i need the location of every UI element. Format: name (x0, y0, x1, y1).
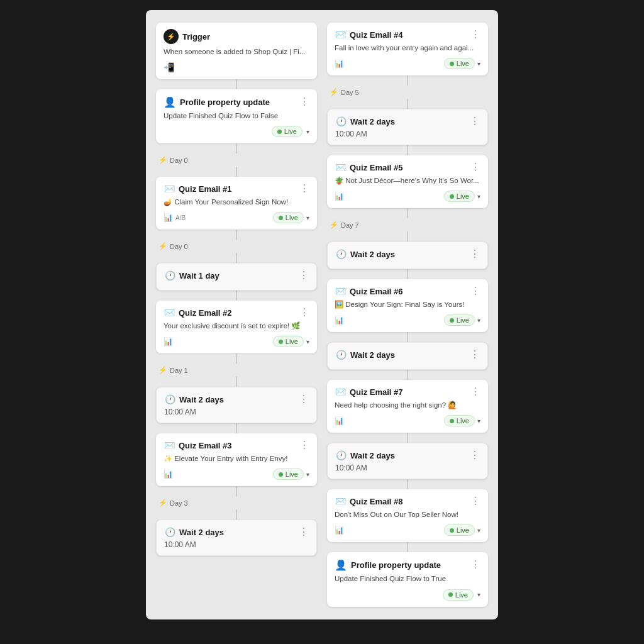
wait-icon-r4: 🕐 (335, 450, 347, 461)
email-title-5: Quiz Email #5 (350, 163, 403, 172)
email-live-1[interactable]: Live (273, 212, 304, 223)
email-chevron-3[interactable]: ▾ (306, 471, 309, 478)
email-live-5[interactable]: Live (444, 191, 475, 202)
wait-card-r3: 🕐 Wait 2 days ⋮ (327, 342, 488, 370)
wait-icon-r2: 🕐 (335, 248, 347, 260)
flow-canvas: ⚡ Trigger When someone is added to Shop … (146, 10, 498, 619)
email-more-3[interactable]: ⋮ (299, 440, 309, 450)
email-chevron-4[interactable]: ▾ (477, 60, 480, 67)
email-more-6[interactable]: ⋮ (470, 286, 480, 296)
wait-card-r4: 🕐 Wait 2 days ⋮ 10:00 AM (327, 443, 488, 479)
stats-icon-7: 📊 (335, 416, 344, 425)
email-subtitle-3: ✨ Elevate Your Entry with Entry Envy! (164, 453, 309, 464)
email-title-1: Quiz Email #1 (179, 184, 232, 194)
stats-icon-8: 📊 (335, 526, 344, 535)
email-card-6: ✉️ Quiz Email #6 ⋮ 🖼️ Design Your Sign: … (327, 279, 488, 332)
email-live-3[interactable]: Live (273, 469, 304, 480)
email-subtitle-6: 🖼️ Design Your Sign: Final Say is Yours! (335, 299, 480, 309)
email-live-7[interactable]: Live (444, 415, 475, 426)
email-card-8: ✉️ Quiz Email #8 ⋮ Don't Miss Out on Our… (327, 489, 488, 542)
profile-live-badge-2[interactable]: Live (443, 589, 474, 601)
connector-1 (236, 79, 237, 89)
wait-more-r4[interactable]: ⋮ (470, 450, 480, 460)
email-title-3: Quiz Email #3 (179, 441, 232, 450)
live-dot (277, 130, 282, 134)
trigger-title: Trigger (182, 32, 210, 42)
email-icon-3: ✉️ (164, 440, 175, 451)
profile-subtitle-2: Update Finished Quiz Flow to True (335, 574, 480, 584)
ab-badge-1: A/B (175, 214, 186, 221)
trigger-card: ⚡ Trigger When someone is added to Shop … (156, 23, 317, 79)
email-live-4[interactable]: Live (444, 58, 475, 69)
email-icon-1: ✉️ (164, 183, 175, 194)
email-card-2: ✉️ Quiz Email #2 ⋮ Your exclusive discou… (156, 301, 317, 353)
trigger-subtitle: When someone is added to Shop Quiz | Fi.… (164, 47, 309, 57)
email-icon-4: ✉️ (335, 29, 346, 40)
email-live-6[interactable]: Live (444, 314, 475, 326)
email-chevron-6[interactable]: ▾ (477, 317, 480, 324)
profile-more-2[interactable]: ⋮ (470, 560, 480, 570)
wait-card-2: 🕐 Wait 2 days ⋮ 10:00 AM (156, 387, 317, 423)
email-subtitle-2: Your exclusive discount is set to expire… (164, 321, 309, 331)
email-more-7[interactable]: ⋮ (470, 387, 480, 397)
day-label-0a: ⚡ Day 0 (156, 156, 188, 164)
profile-icon-1: 👤 (164, 96, 176, 108)
profile-icon-2: 👤 (335, 558, 347, 571)
email-chevron-5[interactable]: ▾ (477, 193, 480, 200)
wait-time-3: 10:00 AM (164, 540, 309, 549)
wait-title-r4: Wait 2 days (350, 451, 395, 460)
email-card-7: ✉️ Quiz Email #7 ⋮ Need help choosing th… (327, 380, 488, 433)
stats-icon-6: 📊 (335, 316, 344, 325)
wait-time-2: 10:00 AM (164, 408, 309, 416)
wait-more-1[interactable]: ⋮ (299, 270, 309, 280)
profile-title-2: Profile property update (351, 560, 441, 570)
email-live-8[interactable]: Live (444, 525, 475, 536)
wait-more-r1[interactable]: ⋮ (470, 116, 480, 126)
email-chevron-8[interactable]: ▾ (477, 527, 480, 534)
trigger-header: ⚡ Trigger (164, 29, 309, 44)
wait-title-3: Wait 2 days (179, 528, 224, 537)
stats-icon-4: 📊 (335, 59, 344, 68)
email-icon-2: ✉️ (164, 307, 175, 318)
email-title-7: Quiz Email #7 (350, 387, 403, 397)
email-chevron-7[interactable]: ▾ (477, 418, 480, 425)
email-subtitle-1: 🪔 Claim Your Personalized Sign Now! (164, 197, 309, 207)
profile-chevron-1[interactable]: ▾ (306, 128, 309, 135)
wait-title-r1: Wait 2 days (350, 117, 395, 126)
email-chevron-1[interactable]: ▾ (306, 214, 309, 221)
profile-chevron-2[interactable]: ▾ (477, 591, 480, 598)
profile-more-1[interactable]: ⋮ (299, 97, 309, 107)
wait-icon-r1: 🕐 (335, 116, 347, 127)
wait-icon-1: 🕐 (164, 270, 175, 281)
email-title-8: Quiz Email #8 (350, 497, 403, 506)
profile-update-card-1: 👤 Profile property update ⋮ Update Finis… (156, 89, 317, 143)
stats-icon-2: 📊 (164, 337, 173, 346)
email-more-2[interactable]: ⋮ (299, 308, 309, 318)
email-icon-6: ✉️ (335, 286, 346, 297)
email-live-2[interactable]: Live (273, 336, 304, 347)
day-label-0b: ⚡ Day 0 (156, 242, 188, 250)
connector-2 (236, 143, 237, 153)
wait-card-1: 🕐 Wait 1 day ⋮ (156, 263, 317, 291)
email-icon-5: ✉️ (335, 162, 346, 173)
wait-time-r1: 10:00 AM (335, 130, 480, 138)
trigger-footer-icon: 📲 (164, 62, 174, 72)
day-label-7: ⚡ Day 7 (327, 221, 359, 229)
wait-card-3: 🕐 Wait 2 days ⋮ 10:00 AM (156, 519, 317, 556)
email-more-1[interactable]: ⋮ (299, 184, 309, 194)
trigger-icon: ⚡ (164, 29, 179, 44)
profile-title-1: Profile property update (180, 97, 270, 107)
stats-icon-1: 📊 (164, 213, 173, 222)
email-more-4[interactable]: ⋮ (470, 30, 480, 40)
day-label-1: ⚡ Day 1 (156, 366, 188, 374)
wait-more-3[interactable]: ⋮ (299, 527, 309, 537)
profile-live-badge-1[interactable]: Live (272, 126, 303, 137)
wait-more-r2[interactable]: ⋮ (470, 249, 480, 259)
email-chevron-2[interactable]: ▾ (306, 338, 309, 345)
connector-3 (236, 167, 237, 177)
wait-more-r3[interactable]: ⋮ (470, 350, 480, 360)
wait-more-2[interactable]: ⋮ (299, 394, 309, 404)
email-more-8[interactable]: ⋮ (470, 496, 480, 506)
email-more-5[interactable]: ⋮ (470, 162, 480, 172)
day-label-3: ⚡ Day 3 (156, 499, 188, 507)
